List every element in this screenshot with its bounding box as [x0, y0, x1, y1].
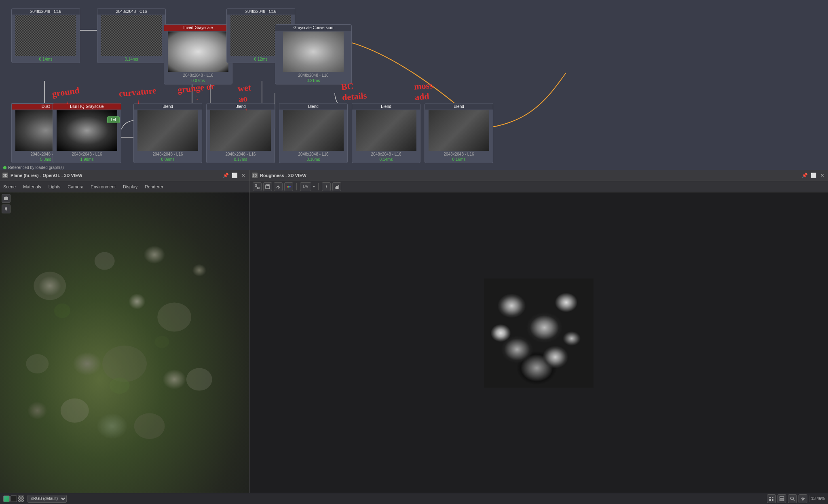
- 3d-view-icon: 3D: [2, 173, 8, 178]
- svg-marker-27: [5, 196, 7, 197]
- panel-3d-pin-btn[interactable]: 📌: [222, 172, 229, 179]
- panel-3d-menu: Scene Materials Lights Camera Environmen…: [0, 181, 249, 192]
- panel-3d: 3D Plane (hi-res) - OpenGL - 3D VIEW 📌 ⬜…: [0, 170, 249, 504]
- node-blend-4-header: Blend: [352, 103, 420, 110]
- node-lvl-label: Lvl: [111, 118, 116, 122]
- node-blend-4-size: 2048x2048 - L16: [371, 152, 401, 157]
- svg-point-24: [110, 377, 130, 394]
- node-blend-1[interactable]: Blend 2048x2048 - L16 0.09ms: [133, 103, 202, 163]
- fit-view-btn[interactable]: [253, 182, 262, 191]
- referenced-text: Referenced by loaded graph(s): [3, 165, 64, 170]
- node-n2[interactable]: 2048x2048 - C16 0.14ms: [97, 8, 166, 63]
- panel-2d-pin-btn[interactable]: 📌: [801, 172, 808, 179]
- uv-toggle-btn[interactable]: UV: [300, 182, 311, 191]
- panel-2d-title: Roughness - 2D VIEW: [260, 173, 306, 178]
- node-blend-3-size: 2048x2048 - L16: [298, 152, 328, 157]
- svg-point-50: [791, 497, 794, 500]
- node-invert-grayscale[interactable]: Invert Grayscale 2048x2048 - L16 0.07ms: [164, 24, 232, 84]
- menu-lights[interactable]: Lights: [49, 184, 60, 189]
- svg-rect-41: [336, 186, 337, 189]
- srgb-select[interactable]: sRGB (default): [27, 495, 67, 503]
- svg-rect-35: [266, 185, 269, 186]
- svg-rect-44: [769, 497, 771, 498]
- node-n2-header: 2048x2048 - C16: [97, 8, 165, 15]
- svg-rect-49: [780, 499, 784, 501]
- node-lvl[interactable]: Lvl: [107, 116, 120, 123]
- grid-view-btn[interactable]: [767, 494, 776, 503]
- zoom-btn[interactable]: [788, 494, 797, 503]
- node-grayscale-conversion[interactable]: Grayscale Conversion 2048x2048 - L16 0.2…: [275, 24, 352, 84]
- color-swatch-dark: [11, 496, 17, 502]
- grayscale-texture: [484, 278, 594, 388]
- menu-scene[interactable]: Scene: [3, 184, 16, 189]
- node-n1-preview: [15, 15, 76, 56]
- panel-2d-maximize-btn[interactable]: ⬜: [810, 172, 817, 179]
- svg-point-28: [5, 207, 7, 210]
- panels-row: 3D Plane (hi-res) - OpenGL - 3D VIEW 📌 ⬜…: [0, 170, 828, 504]
- viewport-2d[interactable]: [249, 192, 828, 495]
- roughness-preview-image: [484, 278, 594, 388]
- node-blend-3-header: Blend: [279, 103, 347, 110]
- export-btn[interactable]: [274, 182, 283, 191]
- node-blend-5-timing: 0.16ms: [452, 157, 466, 163]
- viewport-left-toolbar: [0, 192, 12, 215]
- channels-btn[interactable]: [284, 182, 293, 191]
- svg-rect-48: [780, 497, 784, 498]
- color-swatch-texture: [18, 496, 24, 502]
- node-blend-1-size: 2048x2048 - L16: [152, 152, 183, 157]
- node-blend-4-timing: 0.14ms: [380, 157, 393, 163]
- panel-2d: 2D Roughness - 2D VIEW 📌 ⬜ ✕: [249, 170, 828, 504]
- svg-rect-45: [772, 497, 773, 498]
- svg-rect-46: [769, 499, 771, 501]
- node-blend-3[interactable]: Blend 2048x2048 - L16 0.16ms: [279, 103, 348, 163]
- node-invert-header: Invert Grayscale: [164, 25, 232, 31]
- svg-rect-33: [258, 187, 259, 189]
- node-blend-4[interactable]: Blend 2048x2048 - L16 0.14ms: [352, 103, 420, 163]
- svg-point-22: [95, 252, 115, 270]
- node-n1[interactable]: 2048x2048 - C16 0.14ms: [11, 8, 80, 63]
- layout-btn[interactable]: [777, 494, 786, 503]
- node-blur-hq-grayscale[interactable]: Blur HQ Grayscale 2048x2048 - L16 1.98ms: [53, 103, 121, 163]
- svg-line-51: [793, 500, 794, 501]
- node-blend-4-preview: [356, 110, 416, 151]
- node-n2-preview: [101, 15, 162, 56]
- annotation-moss: mossadd: [414, 80, 434, 102]
- node-blur-hq-timing: 1.98ms: [80, 157, 94, 163]
- viewport-3d-content: [0, 192, 249, 504]
- menu-renderer[interactable]: Renderer: [145, 184, 163, 189]
- camera-toggle-btn[interactable]: [2, 194, 11, 203]
- node-invert-preview: [168, 32, 228, 72]
- node-grayscale-size: 2048x2048 - L16: [298, 73, 328, 78]
- color-swatch-green: [3, 496, 10, 502]
- menu-display[interactable]: Display: [123, 184, 137, 189]
- panel-3d-maximize-btn[interactable]: ⬜: [231, 172, 238, 179]
- menu-environment[interactable]: Environment: [91, 184, 116, 189]
- svg-point-19: [134, 413, 165, 439]
- histogram-btn[interactable]: [332, 182, 341, 191]
- node-graph[interactable]: 2048x2048 - C16 0.14ms 2048x2048 - C16 0…: [0, 0, 828, 170]
- node-invert-timing: 0.07ms: [192, 78, 205, 84]
- node-n1-timing: 0.14ms: [39, 57, 53, 63]
- node-blend-5[interactable]: Blend 2048x2048 - L16 0.16ms: [425, 103, 493, 163]
- menu-materials[interactable]: Materials: [23, 184, 41, 189]
- svg-rect-26: [4, 197, 8, 200]
- info-btn[interactable]: i: [322, 182, 331, 191]
- save-btn[interactable]: [263, 182, 272, 191]
- viewport-3d[interactable]: [0, 192, 249, 504]
- node-grayscale-preview: [283, 32, 344, 72]
- node-blend-2-size: 2048x2048 - L16: [225, 152, 256, 157]
- menu-camera[interactable]: Camera: [68, 184, 83, 189]
- svg-rect-40: [335, 187, 336, 189]
- node-blend-2-timing: 0.17ms: [234, 157, 247, 163]
- panel-3d-close-btn[interactable]: ✕: [240, 172, 247, 179]
- node-dust-timing: 5.3ms: [40, 157, 51, 163]
- uv-dropdown-arrow[interactable]: ▾: [313, 184, 315, 189]
- zoom-level: 13.46%: [811, 496, 825, 501]
- settings-btn[interactable]: [798, 494, 807, 503]
- light-toggle-btn[interactable]: [2, 205, 11, 213]
- panel-2d-close-btn[interactable]: ✕: [819, 172, 826, 179]
- svg-point-20: [26, 354, 49, 373]
- node-blend-2[interactable]: Blend 2048x2048 - L16 0.17ms: [206, 103, 275, 163]
- svg-rect-43: [338, 185, 339, 189]
- node-blend-2-header: Blend: [207, 103, 275, 110]
